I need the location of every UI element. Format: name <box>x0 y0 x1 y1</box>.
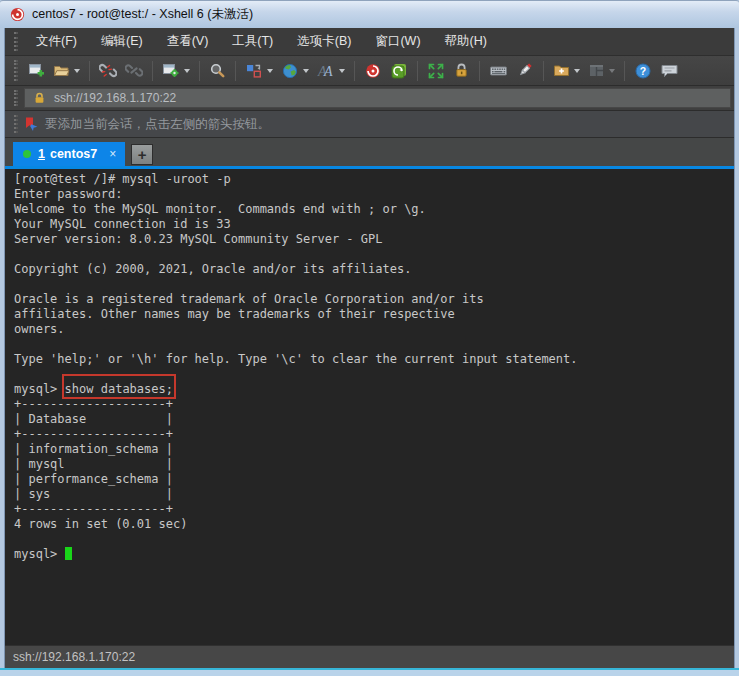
lock-screen-button[interactable] <box>450 60 473 81</box>
menu-tab[interactable]: 选项卡(B) <box>285 29 363 54</box>
highlighter-pen-icon <box>516 62 534 79</box>
lock-icon <box>453 62 470 79</box>
menu-help[interactable]: 帮助(H) <box>433 29 499 54</box>
disconnect-icon <box>99 62 117 79</box>
terminal-line: | sys | <box>14 487 734 502</box>
reconnect-button[interactable] <box>122 60 146 81</box>
mysql-command: show databases; <box>65 382 173 396</box>
tab-centos7[interactable]: 1 centos7 × <box>13 142 125 166</box>
toolbar: A A <box>5 56 734 86</box>
tab-close-icon[interactable]: × <box>109 148 116 160</box>
terminal-cursor <box>65 547 72 560</box>
terminal-line: Type 'help;' or '\h' for help. Type '\c'… <box>14 352 734 367</box>
toolbar-separator <box>479 61 480 81</box>
new-tab-button[interactable]: + <box>131 144 153 165</box>
svg-text:A: A <box>323 64 333 79</box>
fullscreen-button[interactable] <box>424 60 448 82</box>
toolbar-separator <box>624 61 625 81</box>
window-title: centos7 - root@test:/ - Xshell 6 (未激活) <box>32 6 253 23</box>
terminal[interactable]: [root@test /]# mysql -uroot -p Enter pas… <box>5 169 734 645</box>
chat-bubble-icon <box>660 62 679 79</box>
menubar-grip[interactable] <box>14 32 18 51</box>
ssl-lock-icon <box>33 92 46 105</box>
terminal-line: | information_schema | <box>14 442 734 457</box>
status-bar: ssh://192.168.1.170:22 <box>5 645 734 668</box>
compose-layout-button[interactable] <box>242 60 276 81</box>
terminal-line <box>14 532 734 547</box>
compose-layout-icon <box>245 62 263 79</box>
open-session-button[interactable] <box>50 60 83 81</box>
toolbar-separator <box>152 61 153 81</box>
find-button[interactable] <box>206 60 229 81</box>
globe-icon <box>281 62 299 80</box>
menu-view[interactable]: 查看(V) <box>155 29 221 54</box>
toolbar-separator <box>354 61 355 81</box>
window-layout-dropdown-caret <box>609 69 615 73</box>
font-dropdown-caret <box>339 69 345 73</box>
notifybar-grip[interactable] <box>14 115 18 133</box>
feedback-chat-button[interactable] <box>657 60 682 81</box>
window-layout-icon <box>588 62 605 79</box>
tab-bar: 1 centos7 × + <box>5 138 734 166</box>
addressbar-grip[interactable] <box>14 90 18 107</box>
terminal-line: +--------------------+ <box>14 427 734 442</box>
help-icon: ? <box>634 62 652 80</box>
keyboard-icon <box>489 62 508 79</box>
menu-window[interactable]: 窗口(W) <box>363 29 432 54</box>
mysql-prompt: mysql> <box>14 382 65 396</box>
new-folder-button[interactable] <box>550 60 583 81</box>
web-browser-button[interactable] <box>278 60 312 82</box>
window-layout-button[interactable] <box>585 60 618 81</box>
fullscreen-icon <box>427 62 445 80</box>
terminal-line <box>14 247 734 262</box>
xshell-icon <box>364 62 382 80</box>
address-bar: ssh://192.168.1.170:22 <box>5 86 734 111</box>
address-input[interactable]: ssh://192.168.1.170:22 <box>24 88 731 108</box>
xshell-window: centos7 - root@test:/ - Xshell 6 (未激活) 文… <box>0 0 739 676</box>
font-button[interactable]: A A <box>314 60 348 81</box>
xftp-button[interactable] <box>387 60 411 82</box>
new-session-button[interactable] <box>25 60 48 81</box>
notification-text: 要添加当前会话，点击左侧的箭头按钮。 <box>45 116 270 133</box>
window-bottom-edge <box>0 668 739 676</box>
help-button[interactable]: ? <box>631 60 655 82</box>
terminal-line: affiliates. Other names may be trademark… <box>14 307 734 322</box>
terminal-line: Oracle is a registered trademark of Orac… <box>14 292 734 307</box>
new-session-icon <box>28 62 45 79</box>
disconnect-button[interactable] <box>96 60 120 81</box>
terminal-line: 4 rows in set (0.01 sec) <box>14 517 734 532</box>
terminal-line: +--------------------+ <box>14 502 734 517</box>
tab-title: centos7 <box>50 147 97 161</box>
terminal-line: Your MySQL connection id is 33 <box>14 217 734 232</box>
session-properties-dropdown-caret <box>184 69 190 73</box>
terminal-line: owners. <box>14 322 734 337</box>
terminal-line: | performance_schema | <box>14 472 734 487</box>
xftp-icon <box>390 62 408 80</box>
menu-file[interactable]: 文件(F) <box>24 29 89 54</box>
open-folder-icon <box>53 62 70 79</box>
tab-index: 1 <box>38 147 45 161</box>
menu-edit[interactable]: 编辑(E) <box>89 29 155 54</box>
notification-bar: 要添加当前会话，点击左侧的箭头按钮。 <box>5 111 734 138</box>
xshell-button[interactable] <box>361 60 385 82</box>
mysql-prompt: mysql> <box>14 547 65 561</box>
highlighter-button[interactable] <box>513 60 537 81</box>
search-icon <box>209 62 226 79</box>
compose-layout-dropdown-caret <box>267 69 273 73</box>
toolbar-grip[interactable] <box>14 60 18 80</box>
add-session-flag-icon[interactable] <box>24 116 39 132</box>
virtual-keyboard-button[interactable] <box>486 60 511 81</box>
new-folder-icon <box>553 62 570 79</box>
menu-bar: 文件(F) 编辑(E) 查看(V) 工具(T) 选项卡(B) 窗口(W) 帮助(… <box>5 28 734 56</box>
xshell-logo-icon <box>9 6 26 23</box>
session-properties-button[interactable] <box>159 60 193 81</box>
menu-tools[interactable]: 工具(T) <box>220 29 285 54</box>
terminal-prompt-line: mysql> <box>14 547 734 562</box>
svg-text:?: ? <box>640 65 646 77</box>
title-bar: centos7 - root@test:/ - Xshell 6 (未激活) <box>0 0 739 28</box>
terminal-line: [root@test /]# mysql -uroot -p <box>14 172 734 187</box>
toolbar-separator <box>199 61 200 81</box>
terminal-line: | mysql | <box>14 457 734 472</box>
toolbar-separator <box>417 61 418 81</box>
terminal-command-line: mysql> show databases; <box>14 382 734 397</box>
